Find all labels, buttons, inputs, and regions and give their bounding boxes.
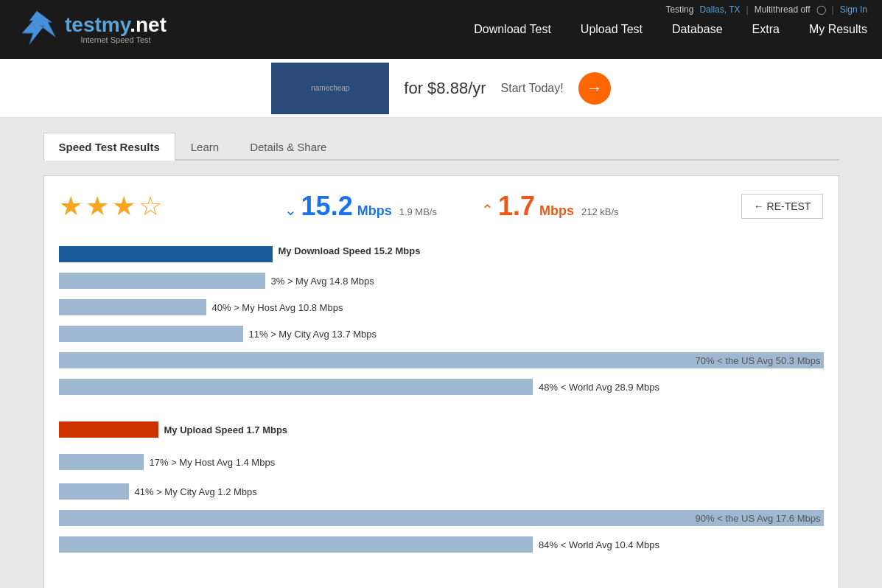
tab-results[interactable]: Speed Test Results (43, 133, 175, 161)
upload-sub: 212 kB/s (581, 206, 619, 217)
dl-us-label: 70% < the US Avg 50.3 Mbps (696, 355, 821, 366)
header: testmy.net Internet Speed Test Download … (0, 0, 882, 59)
download-arrow-icon: ⌄ (284, 201, 297, 219)
ul-world-label: 84% < World Avg 10.4 Mbps (539, 539, 659, 550)
bar-dl-city (59, 326, 243, 342)
upload-arrow-icon: ⌃ (481, 201, 494, 219)
download-title: My Download Speed 15.2 Mbps (279, 245, 421, 256)
upload-value: 1.7 (498, 191, 535, 222)
location-link[interactable]: Dallas, TX (699, 4, 740, 15)
nav-database[interactable]: Database (672, 23, 723, 36)
speeds-display: ⌄ 15.2 Mbps 1.9 MB/s ⌃ 1.7 Mbps 212 kB/s (284, 191, 619, 222)
results-container: ★ ★ ★ ☆ ⌄ 15.2 Mbps 1.9 MB/s ⌃ 1.7 Mbps … (43, 175, 839, 588)
tab-learn[interactable]: Learn (175, 133, 234, 161)
sign-in-link[interactable]: Sign In (840, 4, 867, 15)
ad-start-text: Start Today! (501, 82, 564, 95)
testing-label: Testing (665, 4, 693, 15)
nav-download[interactable]: Download Test (474, 23, 551, 36)
bar-row-dl-avg: 3% > My Avg 14.8 Mbps (59, 270, 824, 291)
logo-text-group: testmy.net Internet Speed Test (65, 15, 167, 44)
bar-row-ul-host: 17% > My Host Avg 1.4 Mbps (59, 452, 824, 472)
main-content: Speed Test Results Learn Details & Share… (36, 133, 847, 588)
main-nav: Download Test Upload Test Database Extra… (474, 23, 867, 36)
download-value: 15.2 (301, 191, 353, 222)
logo-area: testmy.net Internet Speed Test (15, 7, 167, 52)
download-speed: ⌄ 15.2 Mbps 1.9 MB/s (284, 191, 437, 222)
bar-dl-avg (59, 273, 265, 289)
bar-dl-host (59, 299, 206, 315)
separator: | (746, 4, 749, 15)
ad-image: namecheap (271, 63, 389, 114)
bar-row-dl-world: 48% < World Avg 28.9 Mbps (59, 377, 824, 397)
download-sub: 1.9 MB/s (399, 206, 437, 217)
ul-us-label: 90% < the US Avg 17.6 Mbps (696, 513, 821, 524)
star-rating: ★ ★ ★ ☆ (59, 191, 162, 222)
multithread-icon: ◯ (816, 4, 826, 15)
ad-banner: namecheap for $8.88/yr Start Today! → (0, 59, 882, 118)
bar-row-ul-main: My Upload Speed 1.7 Mbps (59, 419, 824, 440)
bar-row-dl-us: 70% < the US Avg 50.3 Mbps (59, 350, 824, 371)
bar-row-dl-host: 40% > My Host Avg 10.8 Mbps (59, 297, 824, 318)
ul-city-label: 41% > My City Avg 1.2 Mbps (135, 486, 257, 497)
logo-main: testmy.net (65, 15, 167, 35)
upload-speed: ⌃ 1.7 Mbps 212 kB/s (481, 191, 619, 222)
dl-world-label: 48% < World Avg 28.9 Mbps (539, 382, 659, 393)
separator2: | (832, 4, 834, 15)
tab-details-share[interactable]: Details & Share (234, 133, 342, 161)
bar-row-dl-city: 11% > My City Avg 13.7 Mbps (59, 323, 824, 344)
star-1: ★ (59, 191, 83, 222)
bar-row-ul-us: 90% < the US Avg 17.6 Mbps (59, 508, 824, 528)
svg-marker-0 (22, 11, 55, 44)
retest-button[interactable]: ← RE-TEST (741, 194, 824, 219)
nav-upload[interactable]: Upload Test (581, 23, 643, 36)
bar-ul-city (59, 483, 129, 500)
ad-promo-text: for $8.88/yr (404, 79, 486, 98)
dl-avg-label: 3% > My Avg 14.8 Mbps (271, 276, 374, 287)
download-unit: Mbps (357, 203, 392, 219)
upload-title: My Upload Speed 1.7 Mbps (164, 424, 288, 435)
logo-icon (15, 7, 59, 52)
star-2: ★ (85, 191, 109, 222)
download-bars-section: My Download Speed 15.2 Mbps 3% > My Avg … (59, 244, 824, 397)
bar-dl-main (59, 246, 273, 262)
bar-ul-main (59, 421, 158, 438)
bar-dl-world (59, 379, 533, 395)
multithread-label: Multithread off (755, 4, 811, 15)
bar-ul-host (59, 454, 144, 470)
logo-sub: Internet Speed Test (65, 35, 167, 44)
bar-row-ul-city: 41% > My City Avg 1.2 Mbps (59, 481, 824, 502)
nav-my-results[interactable]: My Results (809, 23, 867, 36)
bar-ul-world (59, 536, 533, 553)
upload-unit: Mbps (539, 203, 574, 219)
upload-bars-section: My Upload Speed 1.7 Mbps 17% > My Host A… (59, 419, 824, 555)
star-half: ☆ (139, 191, 162, 222)
dl-host-label: 40% > My Host Avg 10.8 Mbps (212, 302, 343, 313)
speed-header: ★ ★ ★ ☆ ⌄ 15.2 Mbps 1.9 MB/s ⌃ 1.7 Mbps … (59, 191, 824, 222)
tabs-bar: Speed Test Results Learn Details & Share (43, 133, 839, 161)
star-3: ★ (112, 191, 136, 222)
bar-row-ul-world: 84% < World Avg 10.4 Mbps (59, 534, 824, 555)
dl-city-label: 11% > My City Avg 13.7 Mbps (249, 329, 377, 340)
nav-extra[interactable]: Extra (752, 23, 780, 36)
ul-host-label: 17% > My Host Avg 1.4 Mbps (150, 457, 276, 468)
ad-action-button[interactable]: → (578, 72, 611, 105)
header-right: Testing Dallas, TX | Multithread off ◯ |… (665, 4, 867, 15)
bar-row-dl-main: My Download Speed 15.2 Mbps (59, 244, 824, 265)
